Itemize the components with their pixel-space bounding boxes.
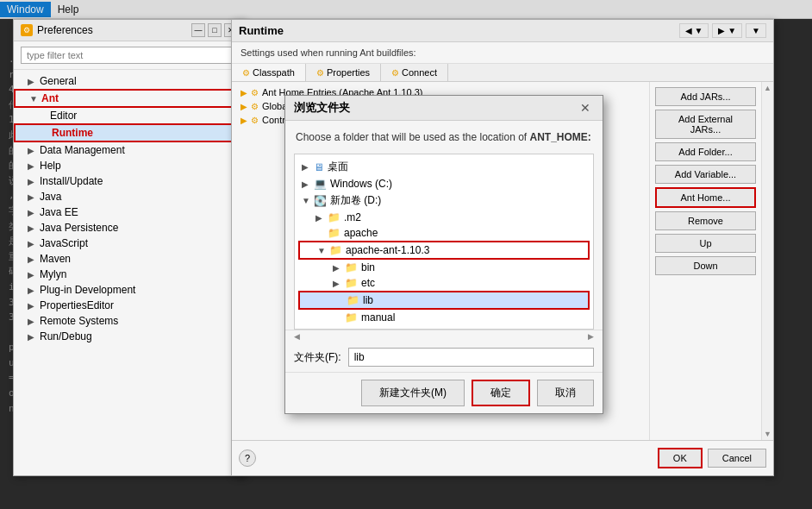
browse-tree-content: ▶ 🖥 桌面 ▶ 💻 Windows (C:) ▼ 💽 新加卷 (D:) ▶ 📁… bbox=[295, 154, 593, 329]
tree-item-plugin-dev[interactable]: ▶ Plug-in Development bbox=[14, 282, 245, 298]
tree-item-javascript[interactable]: ▶ JavaScript bbox=[14, 236, 245, 251]
global-icon: ⚙ bbox=[251, 102, 259, 111]
minimize-button[interactable]: — bbox=[191, 23, 205, 37]
nav-forward-button[interactable]: ▶ ▼ bbox=[712, 23, 742, 38]
tree-label: Java bbox=[40, 191, 61, 203]
tree-label: Run/Debug bbox=[40, 330, 92, 342]
scroll-right-arrow[interactable]: ▶ bbox=[588, 332, 594, 341]
btree-label: .m2 bbox=[344, 211, 361, 223]
tree-item-mylyn[interactable]: ▶ Mylyn bbox=[14, 267, 245, 282]
btree-item-desktop[interactable]: ▶ 🖥 桌面 bbox=[298, 158, 590, 176]
btree-item-drive-d[interactable]: ▼ 💽 新加卷 (D:) bbox=[298, 192, 590, 210]
btree-label: etc bbox=[361, 277, 375, 289]
btree-item-manual[interactable]: 📁 manual bbox=[298, 310, 590, 325]
tree-item-maven[interactable]: ▶ Maven bbox=[14, 251, 245, 267]
tab-classpath-label: Classpath bbox=[253, 67, 295, 78]
remove-button[interactable]: Remove bbox=[655, 211, 756, 230]
browse-cancel-button[interactable]: 取消 bbox=[537, 380, 594, 406]
btree-item-etc[interactable]: ▶ 📁 etc bbox=[298, 275, 590, 291]
runtime-title: Runtime bbox=[239, 24, 284, 37]
browse-close-button[interactable]: ✕ bbox=[577, 101, 594, 115]
btree-item-bin[interactable]: ▶ 📁 bin bbox=[298, 260, 590, 275]
folder-icon: 📁 bbox=[329, 244, 342, 256]
arrow-icon: ▼ bbox=[302, 196, 310, 205]
add-jars-button[interactable]: Add JARs... bbox=[655, 87, 756, 106]
tree-item-editor[interactable]: Editor bbox=[14, 108, 245, 123]
cancel-button[interactable]: Cancel bbox=[708, 449, 766, 468]
tree-item-remote-systems[interactable]: ▶ Remote Systems bbox=[14, 313, 245, 329]
tree-label: General bbox=[40, 75, 77, 87]
scroll-left-arrow[interactable]: ◀ bbox=[294, 332, 300, 341]
new-folder-button[interactable]: 新建文件夹(M) bbox=[361, 380, 465, 406]
add-external-jars-button[interactable]: Add External JARs... bbox=[655, 110, 756, 139]
arrow-icon: ▶ bbox=[28, 223, 36, 233]
tab-classpath[interactable]: ⚙ Classpath bbox=[232, 64, 306, 81]
add-variable-button[interactable]: Add Variable... bbox=[655, 165, 756, 184]
cp-icon: ▶ bbox=[240, 116, 247, 125]
tree-label: Remote Systems bbox=[40, 315, 118, 327]
tree-item-general[interactable]: ▶ General bbox=[14, 73, 245, 89]
tree-item-install-update[interactable]: ▶ Install/Update bbox=[14, 173, 245, 189]
confirm-button[interactable]: 确定 bbox=[472, 380, 530, 406]
tree-item-ant[interactable]: ▼ Ant bbox=[14, 89, 245, 108]
preferences-titlebar: ⚙ Preferences — □ ✕ bbox=[14, 20, 245, 41]
arrow-icon: ▶ bbox=[28, 146, 36, 155]
maximize-button[interactable]: □ bbox=[208, 23, 222, 37]
tree-item-help[interactable]: ▶ Help bbox=[14, 158, 245, 173]
preferences-tree: ▶ General ▼ Ant Editor Runtime ▶ Data Ma… bbox=[14, 70, 245, 475]
arrow-icon: ▶ bbox=[28, 77, 36, 86]
up-button[interactable]: Up bbox=[655, 234, 756, 253]
btree-label: Windows (C:) bbox=[330, 178, 392, 190]
tree-label: Maven bbox=[40, 253, 71, 265]
tree-item-java-ee[interactable]: ▶ Java EE bbox=[14, 204, 245, 220]
btree-item-m2[interactable]: ▶ 📁 .m2 bbox=[298, 210, 590, 225]
arrow-icon: ▼ bbox=[29, 94, 38, 104]
browse-tree[interactable]: ▶ 🖥 桌面 ▶ 💻 Windows (C:) ▼ 💽 新加卷 (D:) ▶ 📁… bbox=[294, 154, 594, 330]
cp-icon: ▶ bbox=[240, 88, 247, 97]
scroll-down-arrow[interactable]: ▼ bbox=[764, 430, 771, 438]
add-folder-button[interactable]: Add Folder... bbox=[655, 142, 756, 161]
tab-connect[interactable]: ⚙ Connect bbox=[381, 64, 448, 81]
btree-item-apache[interactable]: 📁 apache bbox=[298, 225, 590, 241]
tab-properties-label: Properties bbox=[327, 67, 370, 78]
arrow-icon: ▶ bbox=[302, 179, 310, 189]
btree-item-windows-c[interactable]: ▶ 💻 Windows (C:) bbox=[298, 176, 590, 192]
down-button[interactable]: Down bbox=[655, 256, 756, 275]
tree-item-run-debug[interactable]: ▶ Run/Debug bbox=[14, 329, 245, 344]
preferences-title: Preferences bbox=[37, 24, 93, 36]
tree-item-properties-editor[interactable]: ▶ PropertiesEditor bbox=[14, 298, 245, 313]
panel-scrollbar[interactable]: ▲ ▼ bbox=[761, 82, 773, 440]
btree-item-lib[interactable]: 📁 lib bbox=[298, 291, 590, 310]
browse-description: Choose a folder that will be used as the… bbox=[285, 121, 603, 154]
search-input[interactable] bbox=[21, 47, 238, 64]
tree-item-java-persistence[interactable]: ▶ Java Persistence bbox=[14, 220, 245, 236]
tree-label: Ant bbox=[41, 92, 59, 104]
scroll-up-arrow[interactable]: ▲ bbox=[764, 84, 771, 92]
ant-home-button[interactable]: Ant Home... bbox=[655, 187, 756, 208]
tree-item-runtime[interactable]: Runtime bbox=[14, 123, 245, 142]
browse-scroll-row: ◀ ▶ bbox=[285, 330, 603, 342]
arrow-icon: ▶ bbox=[315, 213, 324, 223]
browse-footer: 新建文件夹(M) 确定 取消 bbox=[285, 372, 603, 413]
nav-menu-button[interactable]: ▼ bbox=[746, 23, 766, 38]
help-button[interactable]: ? bbox=[239, 449, 256, 467]
arrow-icon: ▼ bbox=[317, 246, 326, 255]
preferences-search bbox=[14, 41, 245, 70]
tree-label: Editor bbox=[50, 110, 77, 122]
btree-label: bin bbox=[361, 261, 375, 273]
tab-connect-icon: ⚙ bbox=[391, 68, 399, 78]
tree-item-data-management[interactable]: ▶ Data Management bbox=[14, 142, 245, 158]
btree-label: 新加卷 (D:) bbox=[330, 193, 381, 208]
arrow-icon: ▶ bbox=[28, 332, 36, 342]
tree-item-java[interactable]: ▶ Java bbox=[14, 189, 245, 204]
filename-input[interactable] bbox=[348, 348, 594, 367]
ok-button[interactable]: OK bbox=[658, 448, 703, 468]
nav-back-button[interactable]: ◀ ▼ bbox=[679, 23, 709, 38]
panel-tabs: ⚙ Classpath ⚙ Properties ⚙ Connect bbox=[232, 64, 773, 82]
prefs-icon: ⚙ bbox=[21, 24, 33, 36]
btree-item-apache-ant[interactable]: ▼ 📁 apache-ant-1.10.3 bbox=[298, 241, 590, 260]
tab-properties[interactable]: ⚙ Properties bbox=[306, 64, 381, 81]
folder-icon: 📁 bbox=[345, 261, 358, 273]
browse-filename-row: 文件夹(F): bbox=[285, 342, 603, 372]
folder-icon: 💽 bbox=[314, 195, 327, 207]
